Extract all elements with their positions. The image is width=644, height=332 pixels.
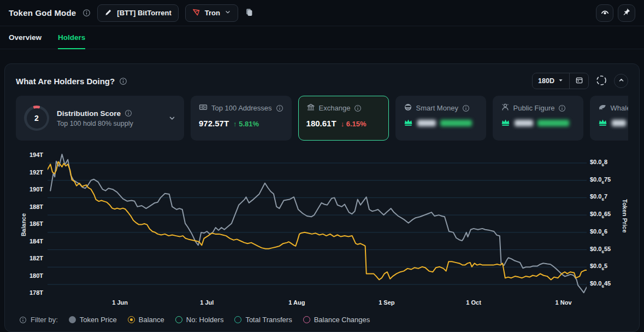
radio-outline-icon xyxy=(234,316,241,323)
stat-card-top100[interactable]: Top 100 Addresses 972.57T ↑ 5.81% xyxy=(191,96,292,141)
tron-icon xyxy=(192,8,200,18)
distribution-score-card[interactable]: 2 Distribution Score Top 100 hold 80% su… xyxy=(16,96,184,141)
app-window: Token God Mode [BTT] BitTorrent Tron Ove… xyxy=(0,0,644,332)
info-icon[interactable] xyxy=(19,316,27,324)
info-icon[interactable] xyxy=(119,77,127,85)
filter-item-label: No: Holders xyxy=(186,316,224,324)
panel-controls: 180D xyxy=(532,73,628,89)
tab-overview-label: Overview xyxy=(9,33,42,42)
price-axis-tick: $0.066 xyxy=(590,228,618,236)
info-icon[interactable] xyxy=(462,104,470,112)
series-token-price-line xyxy=(50,154,587,293)
main-content: What Are Holders Doing? 180D xyxy=(0,49,644,332)
panel-header: What Are Holders Doing? 180D xyxy=(16,73,628,89)
blurred-value xyxy=(417,120,436,126)
month-axis-tick: 1 Jun xyxy=(112,299,128,306)
filter-item-label: Balance Changes xyxy=(314,316,370,324)
balance-axis-tick: 182T xyxy=(16,255,43,261)
top-bar-actions xyxy=(596,4,635,22)
tab-overview[interactable]: Overview xyxy=(9,26,42,49)
stat-card-public-figure[interactable]: Public Figure xyxy=(493,96,583,141)
chevron-down-icon[interactable] xyxy=(168,114,176,122)
radio-filled-icon xyxy=(69,316,76,323)
tab-holders-label: Holders xyxy=(58,33,85,42)
stat-card-exchange[interactable]: Exchange 180.61T ↓ 6.15% xyxy=(298,96,389,141)
collapse-button[interactable] xyxy=(614,74,628,88)
blurred-change xyxy=(537,120,569,126)
pin-button[interactable] xyxy=(618,4,635,22)
range-selector[interactable]: 180D xyxy=(533,73,569,89)
price-axis-tick: $0.065 xyxy=(590,263,618,271)
calendar-button[interactable] xyxy=(570,73,588,89)
filter-row: Filter by: Token Price Balance No: Holde… xyxy=(16,316,628,324)
crown-icon xyxy=(404,118,413,128)
info-icon[interactable] xyxy=(276,104,283,112)
filter-token-price[interactable]: Token Price xyxy=(69,316,117,324)
stat-label: Exchange xyxy=(319,104,351,112)
month-axis-tick: 1 Oct xyxy=(466,299,481,306)
token-selector-button[interactable]: [BTT] BitTorrent xyxy=(97,4,178,22)
distribution-score-title: Distribution Score xyxy=(57,109,121,118)
pencil-icon xyxy=(104,8,113,18)
distribution-score-subtitle: Top 100 hold 80% supply xyxy=(57,120,133,127)
x-axis-labels: 1 Jun1 Jul1 Aug1 Sep1 Oct1 Nov xyxy=(48,299,587,310)
page-title: Token God Mode xyxy=(9,8,76,18)
balance-axis-tick: 184T xyxy=(16,238,43,244)
public-figure-icon xyxy=(501,103,510,113)
stat-value: 972.57T xyxy=(199,119,229,128)
balance-axis-tick: 180T xyxy=(16,272,43,279)
filter-item-label: Balance xyxy=(139,316,164,324)
radio-outline-icon xyxy=(303,316,310,323)
info-icon[interactable] xyxy=(354,104,362,112)
watch-button[interactable] xyxy=(596,4,613,22)
info-icon[interactable] xyxy=(82,9,91,17)
balance-axis-tick: 186T xyxy=(16,220,43,227)
stat-label: Top 100 Addresses xyxy=(211,104,272,112)
range-label: 180D xyxy=(538,77,554,85)
right-axis-title: Token Price xyxy=(622,199,628,233)
blurred-value xyxy=(515,120,533,126)
crown-icon xyxy=(598,118,607,128)
eye-icon xyxy=(600,8,610,19)
chain-selector-button[interactable]: Tron xyxy=(185,4,238,22)
money-icon xyxy=(199,103,208,113)
radio-outline-icon xyxy=(175,316,182,323)
holders-chart[interactable]: Balance 194T192T190T188T186T184T182T180T… xyxy=(16,147,628,311)
chart-plot-svg xyxy=(48,149,587,297)
filter-no-holders[interactable]: No: Holders xyxy=(175,316,224,324)
stat-value: 180.61T xyxy=(306,119,336,128)
info-icon[interactable] xyxy=(125,109,132,117)
tab-holders[interactable]: Holders xyxy=(58,26,85,49)
chevron-down-icon xyxy=(224,9,231,17)
copy-button[interactable] xyxy=(245,8,253,19)
stat-label: Smart Money xyxy=(416,104,458,112)
filter-total-transfers[interactable]: Total Transfers xyxy=(234,316,292,324)
radio-selected-icon xyxy=(128,316,135,323)
blurred-change xyxy=(440,120,472,126)
calendar-icon xyxy=(575,76,583,86)
month-axis-tick: 1 Nov xyxy=(556,299,572,306)
price-axis-tick: $0.0675 xyxy=(590,176,618,184)
filter-item-label: Token Price xyxy=(80,316,117,324)
filter-balance-changes[interactable]: Balance Changes xyxy=(303,316,370,324)
stat-change: ↑ 5.81% xyxy=(233,120,259,128)
stats-row: 2 Distribution Score Top 100 hold 80% su… xyxy=(16,96,628,141)
stat-card-smart-money[interactable]: Smart Money xyxy=(395,96,486,141)
chart-plot[interactable] xyxy=(48,149,587,297)
stat-card-whale[interactable]: Whale xyxy=(590,96,628,141)
distribution-score-gauge: 2 xyxy=(24,106,49,131)
distribution-score-value: 2 xyxy=(34,114,39,123)
filter-item-label: Total Transfers xyxy=(245,316,292,324)
price-axis-tick: $0.0655 xyxy=(590,246,618,254)
balance-axis-tick: 192T xyxy=(16,169,43,176)
whale-icon xyxy=(598,103,607,113)
fullscreen-button[interactable] xyxy=(594,74,608,88)
date-range-control: 180D xyxy=(532,73,589,89)
info-icon[interactable] xyxy=(558,104,566,112)
filter-by-label: Filter by: xyxy=(31,316,58,324)
price-axis-tick: $0.068 xyxy=(590,159,618,167)
balance-axis-tick: 188T xyxy=(16,203,43,210)
filter-balance[interactable]: Balance xyxy=(128,316,164,324)
right-axis-labels: $0.068$0.0675$0.067$0.0665$0.066$0.0655$… xyxy=(590,149,618,297)
balance-axis-tick: 194T xyxy=(16,152,43,158)
